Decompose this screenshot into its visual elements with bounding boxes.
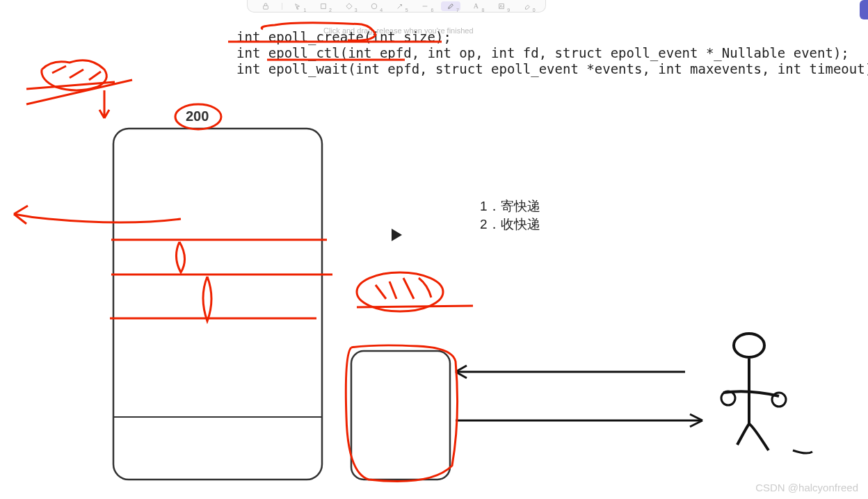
play-icon bbox=[388, 227, 405, 243]
toolbar-divider bbox=[282, 3, 282, 10]
code-snippet: int epoll_create(int size); int epoll_ct… bbox=[236, 29, 868, 77]
tool-sub-5: 5 bbox=[405, 8, 408, 13]
play-button[interactable] bbox=[388, 227, 405, 247]
svg-rect-0 bbox=[264, 6, 268, 9]
tool-diamond[interactable]: 3 bbox=[339, 1, 359, 11]
watermark: CSDN @halcyonfreed bbox=[755, 482, 858, 493]
code-line-1: int epoll_create(int size); bbox=[236, 29, 451, 44]
svg-point-2 bbox=[371, 3, 377, 9]
diamond-icon bbox=[346, 3, 353, 10]
drawing-toolbar: 1 2 3 4 5 6 7 A 8 9 0 bbox=[247, 0, 546, 13]
tool-pointer[interactable]: 1 bbox=[288, 1, 307, 11]
svg-point-12 bbox=[357, 272, 443, 311]
list-item-2: 2．收快递 bbox=[480, 215, 540, 234]
steps-list: 1．寄快递 2．收快递 bbox=[480, 197, 540, 234]
tool-sub-7: 7 bbox=[456, 8, 459, 13]
image-icon bbox=[498, 3, 505, 10]
tool-circle[interactable]: 4 bbox=[364, 1, 384, 11]
tool-eraser[interactable]: 0 bbox=[517, 1, 537, 11]
tool-pencil[interactable]: 7 bbox=[441, 1, 460, 11]
pencil-icon bbox=[447, 3, 454, 10]
code-line-3: int epoll_wait(int epfd, struct epoll_ev… bbox=[236, 61, 868, 76]
tool-arrow[interactable]: 5 bbox=[390, 1, 410, 11]
tool-text[interactable]: A 8 bbox=[466, 1, 485, 11]
svg-point-9 bbox=[721, 391, 735, 405]
lock-icon bbox=[262, 3, 269, 10]
tool-sub-2: 2 bbox=[329, 8, 332, 13]
svg-rect-1 bbox=[321, 3, 326, 8]
tool-sub-8: 8 bbox=[482, 8, 485, 13]
tool-sub-4: 4 bbox=[380, 8, 383, 13]
tool-sub-6: 6 bbox=[431, 8, 433, 13]
capacity-label: 200 bbox=[186, 108, 209, 124]
tool-lock[interactable] bbox=[256, 1, 275, 11]
eraser-icon bbox=[524, 3, 531, 10]
line-icon bbox=[421, 3, 428, 10]
tool-sub-0: 0 bbox=[533, 8, 536, 13]
tool-rect[interactable]: 2 bbox=[314, 1, 333, 11]
text-icon: A bbox=[474, 2, 479, 10]
circle-icon bbox=[371, 3, 378, 10]
pointer-icon bbox=[294, 3, 301, 10]
tool-sub-1: 1 bbox=[304, 8, 307, 13]
tool-image[interactable]: 9 bbox=[492, 1, 511, 11]
tool-sub-9: 9 bbox=[507, 8, 510, 13]
svg-rect-7 bbox=[351, 351, 450, 480]
tool-line[interactable]: 6 bbox=[415, 1, 435, 11]
code-line-2: int epoll_ctl(int epfd, int op, int fd, … bbox=[236, 45, 849, 60]
arrow-icon bbox=[396, 3, 403, 10]
list-item-1: 1．寄快递 bbox=[480, 197, 540, 215]
tool-sub-3: 3 bbox=[355, 8, 357, 13]
svg-rect-5 bbox=[113, 129, 322, 480]
svg-point-10 bbox=[772, 393, 786, 407]
tab-handle[interactable] bbox=[860, 0, 868, 19]
rect-icon bbox=[320, 3, 327, 10]
svg-point-8 bbox=[734, 334, 764, 357]
